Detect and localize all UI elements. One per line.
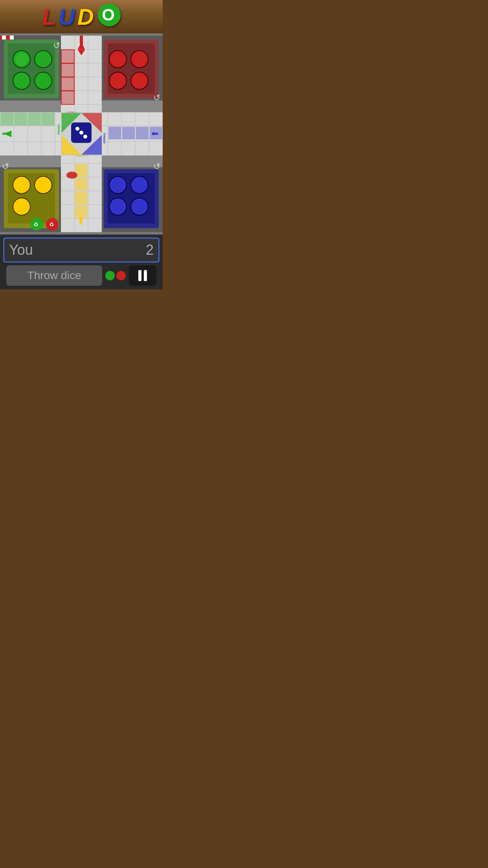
ludo-title: L U D O xyxy=(42,4,120,30)
svg-point-90 xyxy=(131,198,148,215)
svg-text:↺: ↺ xyxy=(2,162,9,171)
svg-point-85 xyxy=(35,177,52,194)
token-red xyxy=(116,271,126,280)
app-container: L U D O xyxy=(0,0,163,289)
svg-rect-59 xyxy=(122,127,135,140)
svg-rect-47 xyxy=(62,64,74,77)
svg-text:↺: ↺ xyxy=(153,93,160,103)
svg-point-80 xyxy=(109,51,127,68)
svg-text:↺: ↺ xyxy=(53,40,60,50)
player-score: 2 xyxy=(130,242,154,258)
svg-point-84 xyxy=(13,177,30,194)
svg-point-72 xyxy=(75,127,79,131)
svg-rect-56 xyxy=(75,192,87,204)
pause-bar-left xyxy=(138,270,141,281)
svg-rect-46 xyxy=(62,50,74,63)
svg-point-98 xyxy=(66,172,77,179)
svg-point-86 xyxy=(13,198,30,215)
player-name: You xyxy=(9,242,130,258)
svg-text:➡: ➡ xyxy=(2,129,9,138)
letter-l: L xyxy=(42,4,57,30)
svg-point-89 xyxy=(109,198,127,215)
throw-dice-button[interactable]: Throw dice xyxy=(6,265,102,286)
svg-text:⬅: ⬅ xyxy=(151,129,158,138)
svg-text:↺: ↺ xyxy=(153,162,160,171)
svg-rect-51 xyxy=(14,113,27,126)
header: L U D O xyxy=(0,0,163,33)
svg-point-73 xyxy=(79,131,83,135)
svg-rect-55 xyxy=(75,178,87,191)
svg-rect-60 xyxy=(136,127,149,140)
svg-rect-15 xyxy=(2,36,6,40)
svg-point-78 xyxy=(13,72,30,90)
svg-rect-17 xyxy=(10,36,14,40)
svg-rect-49 xyxy=(62,92,74,104)
svg-point-76 xyxy=(15,53,28,66)
svg-rect-48 xyxy=(62,78,74,90)
svg-text:♻: ♻ xyxy=(33,221,39,228)
svg-point-79 xyxy=(35,72,52,90)
svg-text:♻: ♻ xyxy=(49,221,54,228)
svg-point-88 xyxy=(131,177,148,194)
svg-rect-58 xyxy=(108,127,121,140)
action-row: Throw dice xyxy=(3,264,160,287)
svg-point-82 xyxy=(109,72,127,90)
player-tokens-preview xyxy=(105,271,126,280)
game-area: FINISH FINISH FINISH FINISH xyxy=(0,33,163,234)
svg-point-83 xyxy=(131,72,148,90)
bottom-ui: You 2 Throw dice xyxy=(0,234,163,289)
svg-text:FINISH: FINISH xyxy=(103,133,106,143)
pause-bar-right xyxy=(144,270,147,281)
svg-rect-50 xyxy=(0,113,13,126)
svg-rect-53 xyxy=(42,113,55,126)
svg-point-77 xyxy=(35,51,52,68)
svg-rect-16 xyxy=(6,36,10,40)
svg-rect-52 xyxy=(28,113,41,126)
letter-d: D xyxy=(77,4,95,30)
token-green xyxy=(105,271,115,280)
board-svg: FINISH FINISH FINISH FINISH xyxy=(0,33,163,234)
player-row: You 2 xyxy=(3,237,160,263)
svg-point-74 xyxy=(83,135,87,139)
svg-point-87 xyxy=(109,177,127,194)
letter-u: U xyxy=(59,4,77,30)
svg-text:⬆: ⬆ xyxy=(77,215,85,227)
svg-point-81 xyxy=(131,51,148,68)
letter-o: O xyxy=(98,4,121,26)
pause-button[interactable] xyxy=(129,265,156,286)
svg-text:FINISH: FINISH xyxy=(57,124,61,134)
